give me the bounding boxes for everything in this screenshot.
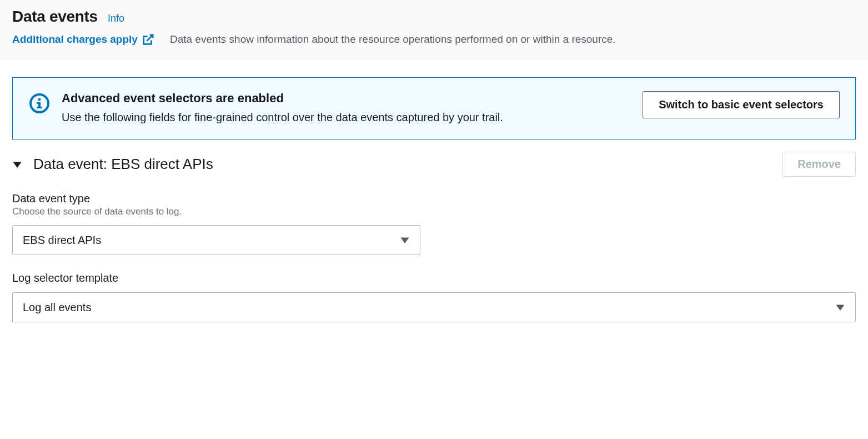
info-link[interactable]: Info [108,13,124,24]
external-link-icon [142,33,154,46]
section-title: Data event: EBS direct APIs [33,156,213,173]
data-event-type-select[interactable]: EBS direct APIs [12,225,420,255]
header-subrow: Additional charges apply Data events sho… [12,33,856,46]
svg-rect-3 [37,102,41,104]
remove-button[interactable]: Remove [782,152,856,177]
banner-description: Use the following fields for fine-graine… [62,109,506,126]
banner-title: Advanced event selectors are enabled [62,91,631,106]
svg-rect-4 [37,107,42,108]
data-event-type-value: EBS direct APIs [13,234,390,247]
banner-text: Advanced event selectors are enabled Use… [62,91,631,126]
header-description: Data events show information about the r… [170,33,616,46]
section-left: Data event: EBS direct APIs [12,156,213,173]
field-log-selector-template: Log selector template Log all events [12,272,856,322]
chevron-down-icon [825,302,855,312]
content-area: Advanced event selectors are enabled Use… [0,59,868,352]
info-banner: Advanced event selectors are enabled Use… [12,77,856,139]
header-title-row: Data events Info [12,8,856,26]
header-section: Data events Info Additional charges appl… [0,0,868,59]
data-event-type-label: Data event type [12,192,856,205]
data-event-section-header: Data event: EBS direct APIs Remove [12,152,856,177]
field-data-event-type: Data event type Choose the source of dat… [12,192,856,255]
data-event-type-help: Choose the source of data events to log. [12,206,856,217]
info-icon [28,92,51,116]
page-title: Data events [12,8,98,26]
log-selector-template-value: Log all events [13,301,825,314]
chevron-down-icon [390,235,420,245]
log-selector-template-select[interactable]: Log all events [12,292,856,322]
switch-basic-selectors-button[interactable]: Switch to basic event selectors [643,91,840,118]
additional-charges-link[interactable]: Additional charges apply [12,33,154,46]
svg-rect-1 [38,98,41,101]
collapse-toggle[interactable] [12,159,22,169]
log-selector-template-label: Log selector template [12,272,856,285]
additional-charges-label: Additional charges apply [12,33,138,46]
